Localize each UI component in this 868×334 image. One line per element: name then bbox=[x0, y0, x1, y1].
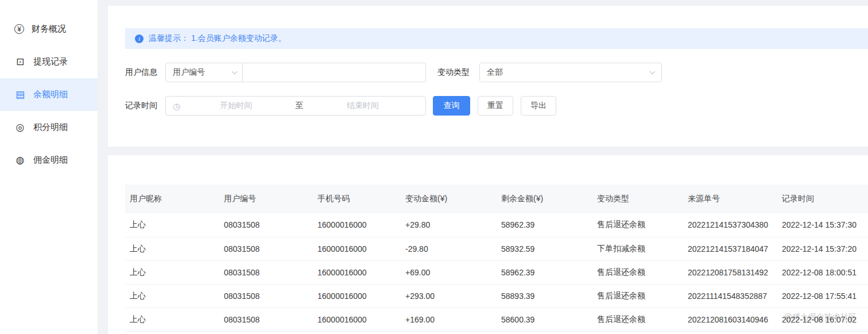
table-cell: 16000016000 bbox=[313, 284, 401, 308]
sidebar-item-commission-detail[interactable]: ◍ 佣金明细 bbox=[0, 144, 98, 176]
table-card: 用户昵称 用户编号 手机号码 变动金额(¥) 剩余金额(¥) 变动类型 来源单号… bbox=[108, 155, 868, 334]
column-header: 用户编号 bbox=[219, 185, 313, 213]
sidebar: ¥ 财务概况 ⊡ 提现记录 ▤ 余额明细 ◎ 积分明细 ◍ 佣金明细 bbox=[0, 0, 98, 334]
table-cell: +293.00 bbox=[401, 284, 497, 308]
table-cell: 下单扣减余额 bbox=[592, 237, 683, 260]
table-cell: 上心 bbox=[125, 260, 219, 284]
table-row: 上心 08031508 16000016000 +29.80 58962.39 … bbox=[125, 213, 868, 237]
change-type-select[interactable]: 全部 bbox=[479, 63, 662, 82]
table-cell: 58893.39 bbox=[497, 284, 592, 308]
reset-button[interactable]: 重置 bbox=[478, 96, 513, 116]
end-time-placeholder[interactable]: 结束时间 bbox=[307, 101, 418, 111]
table-cell: 2022-12-08 18:00:51 bbox=[777, 260, 868, 284]
table-cell: 58962.39 bbox=[497, 213, 592, 237]
table-cell: 58600.39 bbox=[497, 308, 592, 331]
table-cell: 58932.59 bbox=[497, 237, 592, 260]
filters-card: i 温馨提示： 1.会员账户余额变动记录。 用户信息 用户编号 变动类型 全部 … bbox=[108, 6, 868, 147]
table-cell: 售后退还余额 bbox=[592, 284, 683, 308]
table-cell: 08031508 bbox=[219, 260, 313, 284]
info-icon: i bbox=[135, 34, 144, 43]
table-cell: 2022-12-08 17:55:41 bbox=[777, 284, 868, 308]
table-cell: 售后退还余额 bbox=[592, 260, 683, 284]
table-cell: 16000016000 bbox=[313, 237, 401, 260]
chevron-down-icon bbox=[650, 68, 656, 74]
table-cell: 08031508 bbox=[219, 213, 313, 237]
clock-icon: ◷ bbox=[173, 102, 180, 110]
column-header: 变动类型 bbox=[592, 185, 683, 213]
yen-circle-icon: ¥ bbox=[14, 24, 24, 34]
table-cell: 2022-12-14 15:37:20 bbox=[777, 237, 868, 260]
table-row: 上心 08031508 16000016000 +293.00 58893.39… bbox=[125, 284, 868, 308]
sidebar-item-label: 财务概况 bbox=[32, 24, 66, 34]
sidebar-item-label: 提现记录 bbox=[33, 56, 68, 67]
points-icon: ◎ bbox=[14, 122, 26, 132]
table-cell: 上心 bbox=[125, 308, 219, 331]
chevron-down-icon bbox=[232, 68, 238, 74]
sidebar-item-label: 余额明细 bbox=[33, 89, 68, 100]
alert-text: 温馨提示： 1.会员账户余额变动记录。 bbox=[149, 33, 286, 44]
record-time-label: 记录时间 bbox=[125, 101, 157, 111]
filter-row-time: 记录时间 ◷ 开始时间 至 结束时间 查询 重置 导出 bbox=[125, 96, 868, 116]
table-cell: 58962.39 bbox=[497, 260, 592, 284]
table-header-row: 用户昵称 用户编号 手机号码 变动金额(¥) 剩余金额(¥) 变动类型 来源单号… bbox=[125, 185, 868, 213]
table-cell: 08031508 bbox=[219, 284, 313, 308]
table-cell: 202212141537184047 bbox=[683, 237, 777, 260]
user-search-input-wrap bbox=[243, 63, 426, 82]
sidebar-item-label: 积分明细 bbox=[33, 122, 68, 133]
column-header: 手机号码 bbox=[313, 185, 401, 213]
column-header: 来源单号 bbox=[683, 185, 777, 213]
table-cell: 16000016000 bbox=[313, 308, 401, 331]
table-cell: 16000016000 bbox=[313, 260, 401, 284]
column-header: 用户昵称 bbox=[125, 185, 219, 213]
table-cell: 202212081603140946 bbox=[683, 308, 777, 331]
table-cell: 售后退还余额 bbox=[592, 213, 683, 237]
withdraw-icon: ⊡ bbox=[14, 57, 26, 67]
table-cell: 202212081758131492 bbox=[683, 260, 777, 284]
main-content: i 温馨提示： 1.会员账户余额变动记录。 用户信息 用户编号 变动类型 全部 … bbox=[98, 0, 868, 334]
table-cell: 08031508 bbox=[219, 237, 313, 260]
range-to-label: 至 bbox=[292, 101, 307, 111]
balance-detail-icon: ▤ bbox=[14, 90, 26, 99]
table-cell: +169.00 bbox=[401, 308, 497, 331]
sidebar-item-points-detail[interactable]: ◎ 积分明细 bbox=[0, 111, 98, 144]
table-cell: 上心 bbox=[125, 284, 219, 308]
table-cell: 售后退还余额 bbox=[592, 308, 683, 331]
table-cell: 08031508 bbox=[219, 308, 313, 331]
user-info-label: 用户信息 bbox=[125, 67, 157, 78]
info-alert: i 温馨提示： 1.会员账户余额变动记录。 bbox=[125, 28, 868, 49]
table-row: 上心 08031508 16000016000 +69.00 58962.39 … bbox=[125, 260, 868, 284]
table-cell: 2022-12-14 15:37:30 bbox=[777, 213, 868, 237]
table-cell: -29.80 bbox=[401, 237, 497, 260]
sidebar-item-finance-overview[interactable]: ¥ 财务概况 bbox=[0, 13, 98, 45]
user-field-selected-value: 用户编号 bbox=[173, 67, 205, 78]
table-row: 上心 08031508 16000016000 -29.80 58932.59 … bbox=[125, 237, 868, 260]
table-cell: +69.00 bbox=[401, 260, 497, 284]
filter-row-user: 用户信息 用户编号 变动类型 全部 bbox=[125, 63, 868, 82]
search-button[interactable]: 查询 bbox=[433, 96, 470, 116]
date-range-picker[interactable]: ◷ 开始时间 至 结束时间 bbox=[165, 96, 426, 116]
sidebar-item-balance-detail[interactable]: ▤ 余额明细 bbox=[0, 78, 98, 111]
commission-icon: ◍ bbox=[14, 155, 26, 165]
export-button[interactable]: 导出 bbox=[521, 96, 556, 116]
change-type-label: 变动类型 bbox=[437, 67, 470, 78]
table-cell: 202211141548352887 bbox=[683, 284, 777, 308]
start-time-placeholder[interactable]: 开始时间 bbox=[180, 101, 292, 111]
column-header: 记录时间 bbox=[777, 185, 868, 213]
table-cell: 上心 bbox=[125, 237, 219, 260]
user-search-input[interactable] bbox=[243, 63, 425, 82]
sidebar-item-label: 佣金明细 bbox=[33, 155, 68, 166]
table-cell: 16000016000 bbox=[313, 213, 401, 237]
table-row: 上心 08031508 16000016000 +169.00 58600.39… bbox=[125, 308, 868, 331]
change-type-selected-value: 全部 bbox=[487, 67, 503, 78]
column-header: 剩余金额(¥) bbox=[497, 185, 592, 213]
table-cell: 202212141537304380 bbox=[683, 213, 777, 237]
column-header: 变动金额(¥) bbox=[401, 185, 497, 213]
table-cell: +29.80 bbox=[401, 213, 497, 237]
table-cell: 上心 bbox=[125, 213, 219, 237]
table-cell: 2022-12-08 16:07:02 bbox=[777, 308, 868, 331]
balance-records-table: 用户昵称 用户编号 手机号码 变动金额(¥) 剩余金额(¥) 变动类型 来源单号… bbox=[125, 185, 868, 332]
user-field-select[interactable]: 用户编号 bbox=[165, 63, 243, 82]
sidebar-item-withdraw-records[interactable]: ⊡ 提现记录 bbox=[0, 45, 98, 78]
